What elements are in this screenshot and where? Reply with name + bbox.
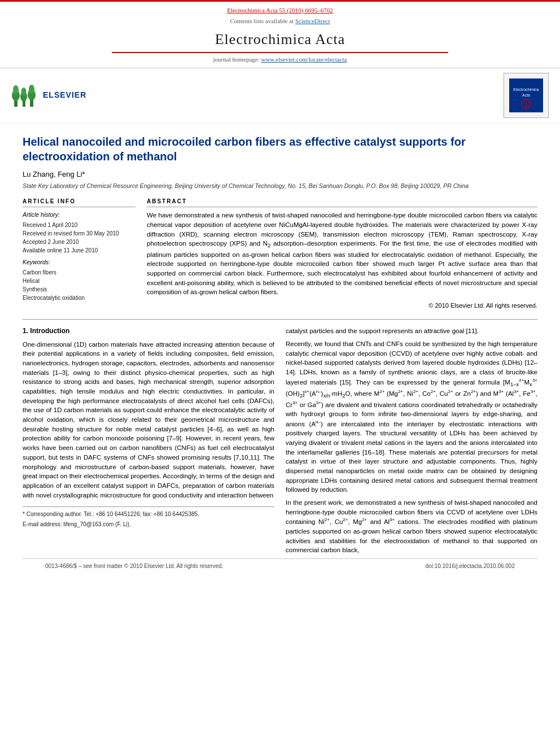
homepage-url[interactable]: www.elsevier.com/locate/electacta bbox=[261, 56, 347, 63]
svg-point-2 bbox=[13, 85, 19, 94]
intro-para-1: One-dimensional (1D) carbon materials ha… bbox=[23, 340, 274, 500]
affiliation: State Key Laboratory of Chemical Resourc… bbox=[23, 182, 537, 190]
svg-point-8 bbox=[29, 85, 34, 94]
keyword-3: Synthesis bbox=[23, 285, 135, 294]
article-dates: Received 1 April 2010 Received in revise… bbox=[23, 221, 135, 255]
received-date: Received 1 April 2010 bbox=[23, 221, 135, 229]
keywords-list: Carbon fibers Helical Synthesis Electroc… bbox=[23, 268, 135, 302]
footnote-star: * Corresponding author. Tel.: +86 10 644… bbox=[23, 510, 274, 519]
author-names: Lu Zhang, Feng Li* bbox=[23, 170, 85, 178]
footnotes: * Corresponding author. Tel.: +86 10 644… bbox=[23, 506, 274, 528]
homepage-line: journal homepage: www.elsevier.com/locat… bbox=[0, 55, 560, 64]
section-title-text: Introduction bbox=[30, 327, 69, 335]
abstract-header: ABSTRACT bbox=[147, 198, 537, 207]
logo-row: ELSEVIER Electrochimica Acta bbox=[0, 68, 560, 123]
elsevier-label: ELSEVIER bbox=[43, 90, 86, 101]
journal-title: Electrochimica Acta bbox=[0, 29, 560, 50]
journal-header: Electrochimica Acta 55 (2010) 6695–6702 … bbox=[0, 2, 560, 68]
article-info-header: ARTICLE INFO bbox=[23, 198, 135, 207]
accepted-date: Accepted 2 June 2010 bbox=[23, 238, 135, 246]
intro-para-4: In the present work, we demonstrated a n… bbox=[286, 498, 537, 555]
journal-logo-box: Electrochimica Acta bbox=[504, 73, 549, 118]
article-title: Helical nanocoiled and microcoiled carbo… bbox=[23, 134, 537, 164]
body-col-right: catalyst particles and the support repre… bbox=[286, 326, 537, 558]
footer-doi: doi:10.1016/j.electacta.2010.06.002 bbox=[426, 562, 515, 570]
elsevier-tree-icon bbox=[11, 81, 40, 110]
received-revised-date: Received in revised form 30 May 2010 bbox=[23, 229, 135, 238]
keyword-1: Carbon fibers bbox=[23, 268, 135, 277]
journal-logo-icon: Electrochimica Acta bbox=[509, 78, 543, 112]
footer-issn: 0013-4686/$ – see front matter © 2010 El… bbox=[45, 562, 223, 570]
section-number: 1. bbox=[23, 327, 28, 335]
svg-point-5 bbox=[21, 88, 27, 95]
footer-bar: 0013-4686/$ – see front matter © 2010 El… bbox=[23, 558, 537, 574]
body-col-left: 1. Introduction One-dimensional (1D) car… bbox=[23, 326, 274, 558]
page-wrapper: Electrochimica Acta 55 (2010) 6695–6702 … bbox=[0, 0, 560, 585]
homepage-label: journal homepage: bbox=[213, 56, 260, 63]
keyword-4: Electrocatalytic oxidation bbox=[23, 294, 135, 302]
copyright-line: © 2010 Elsevier Ltd. All rights reserved… bbox=[147, 302, 537, 310]
authors: Lu Zhang, Feng Li* bbox=[23, 169, 537, 180]
contents-line: Contents lists available at ScienceDirec… bbox=[0, 17, 560, 25]
keyword-2: Helical bbox=[23, 277, 135, 285]
main-content: Helical nanocoiled and microcoiled carbo… bbox=[0, 123, 560, 585]
intro-para-2: catalyst particles and the support repre… bbox=[286, 326, 537, 336]
keywords-label: Keywords: bbox=[23, 258, 135, 267]
footnote-email: E-mail address: lifeng_70@163.com (F. Li… bbox=[23, 521, 274, 529]
sciencedirect-link[interactable]: ScienceDirect bbox=[295, 18, 330, 24]
intro-para-3: Recently, we found that CNTs and CNFs co… bbox=[286, 339, 537, 495]
abstract-text: We have demonstrated a new synthesis of … bbox=[147, 211, 537, 297]
article-citation-link[interactable]: Electrochimica Acta 55 (2010) 6695–6702 bbox=[0, 6, 560, 15]
elsevier-brand: ELSEVIER bbox=[11, 81, 86, 110]
header-divider bbox=[112, 52, 448, 53]
body-two-col: 1. Introduction One-dimensional (1D) car… bbox=[23, 326, 537, 558]
section-1-title: 1. Introduction bbox=[23, 326, 274, 336]
available-date: Available online 11 June 2010 bbox=[23, 246, 135, 255]
section-divider bbox=[23, 319, 537, 320]
article-info-col: ARTICLE INFO Article history: Received 1… bbox=[23, 198, 135, 310]
svg-text:Acta: Acta bbox=[522, 93, 530, 97]
contents-label: Contents lists available at bbox=[230, 18, 294, 24]
svg-text:Electrochimica: Electrochimica bbox=[513, 88, 539, 91]
abstract-col: ABSTRACT We have demonstrated a new synt… bbox=[147, 198, 537, 310]
info-abstract-row: ARTICLE INFO Article history: Received 1… bbox=[23, 198, 537, 310]
history-label: Article history: bbox=[23, 211, 135, 219]
